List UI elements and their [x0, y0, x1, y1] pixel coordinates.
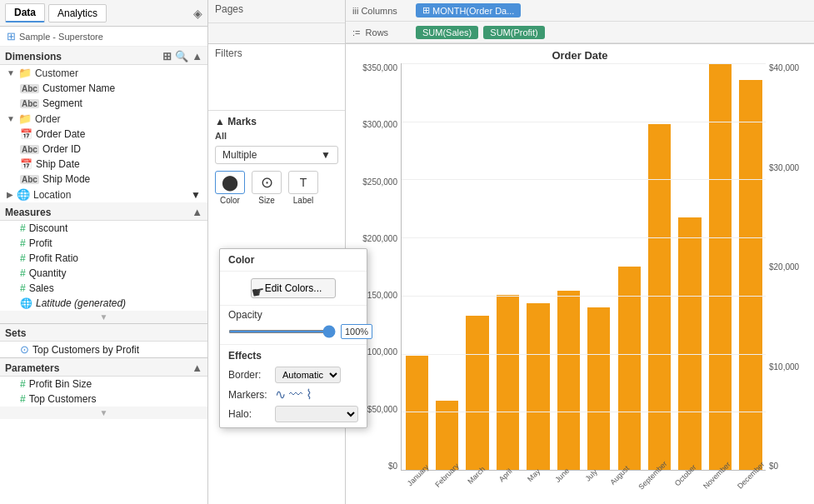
grid-icon[interactable]: ⊞: [162, 50, 172, 62]
bar-mar-wrap: [462, 63, 492, 470]
hash-icon: #: [20, 252, 26, 264]
scroll-down-params[interactable]: ▼: [0, 407, 207, 419]
segment-item[interactable]: Abc Segment: [0, 96, 207, 111]
marker-line3-icon[interactable]: ⌇: [306, 387, 312, 402]
profit-ratio-item[interactable]: # Profit Ratio: [0, 251, 207, 266]
bar-oct-wrap: [675, 63, 705, 470]
size-mark-btn[interactable]: ⊙ Size: [252, 171, 282, 205]
chevron-down-icon: ▼: [7, 114, 15, 123]
bar-sep-wrap: [644, 63, 674, 470]
color-btn-icon: ⬤: [215, 171, 245, 194]
marks-label: Marks: [227, 116, 257, 127]
pages-section: Pages: [208, 0, 345, 23]
customer-name-item[interactable]: Abc Customer Name: [0, 81, 207, 96]
ship-date-item[interactable]: 📅 Ship Date: [0, 157, 207, 172]
bar-jan: [406, 356, 428, 470]
columns-label: iii Columns: [352, 6, 411, 16]
marker-line2-icon[interactable]: 〰: [289, 387, 302, 402]
chart-title: Order Date: [346, 44, 814, 63]
left-panel: Data Analytics ◈ ⊞ Sample - Superstore D…: [0, 0, 208, 504]
color-mark-btn[interactable]: ⬤ Color: [215, 171, 245, 205]
measures-icons: ▲: [192, 206, 202, 218]
bar-aug: [618, 267, 641, 470]
rows-pill-sales[interactable]: SUM(Sales): [416, 26, 478, 39]
order-group: ▼ 📁 Order 📅 Order Date Abc Order ID 📅 Sh…: [0, 111, 207, 187]
scroll-up-params-icon[interactable]: ▲: [192, 362, 202, 374]
customer-name-label: Customer Name: [42, 82, 115, 94]
bar-jun-wrap: [553, 63, 583, 470]
hash-icon: #: [20, 267, 26, 279]
ship-date-label: Ship Date: [36, 158, 80, 170]
y-right-30k: $30,000: [769, 163, 799, 172]
order-id-label: Order ID: [42, 143, 81, 155]
location-group-header[interactable]: ▶ 🌐 Location ▼: [0, 187, 207, 202]
y-right-40k: $40,000: [769, 63, 799, 72]
sort-icon[interactable]: ◈: [193, 7, 202, 20]
set-icon: ⊙: [20, 343, 29, 356]
rows-pill-profit-label: SUM(Profit): [490, 27, 537, 37]
profit-item[interactable]: # Profit: [0, 236, 207, 251]
abc-badge: Abc: [20, 84, 39, 93]
markers-label: Markers:: [228, 389, 272, 401]
border-row: Border: Automatic None Black: [228, 367, 358, 383]
discount-item[interactable]: # Discount: [0, 221, 207, 236]
bar-oct: [678, 217, 701, 470]
rows-pill-profit[interactable]: SUM(Profit): [483, 26, 544, 39]
order-id-item[interactable]: Abc Order ID: [0, 142, 207, 157]
folder-icon: 📁: [18, 112, 32, 125]
calendar-icon: 📅: [20, 128, 32, 140]
order-date-label: Order Date: [36, 128, 85, 140]
top-customers-param-item[interactable]: # Top Customers: [0, 392, 207, 407]
sets-header: Sets: [0, 323, 207, 342]
bar-jul: [587, 307, 610, 470]
columns-pill[interactable]: ⊞ MONTH(Order Da...: [416, 3, 521, 17]
hash-icon: #: [20, 237, 26, 249]
chart-body: $350,000 $300,000 $250,000 $200,000 $150…: [346, 63, 814, 504]
chevron-down-icon: ▼: [7, 68, 15, 77]
bar-feb-wrap: [432, 63, 462, 470]
y-right-10k: $10,000: [769, 362, 799, 372]
scroll-up-measures-icon[interactable]: ▲: [192, 206, 202, 218]
color-btn-label: Color: [220, 196, 240, 205]
top-customers-set-item[interactable]: ⊙ Top Customers by Profit: [0, 342, 207, 357]
latitude-item[interactable]: 🌐 Latitude (generated): [0, 296, 207, 311]
profit-bin-size-item[interactable]: # Profit Bin Size: [0, 377, 207, 392]
measures-label: Measures: [5, 207, 51, 218]
halo-select[interactable]: [275, 406, 358, 422]
analytics-tab[interactable]: Analytics: [48, 4, 107, 22]
sales-label: Sales: [29, 282, 54, 294]
size-btn-label: Size: [258, 196, 274, 205]
location-scroll-icon[interactable]: ▼: [191, 189, 201, 201]
edit-colors-button[interactable]: Edit Colors...: [251, 278, 337, 298]
border-select[interactable]: Automatic None Black: [275, 367, 341, 383]
marker-line1-icon[interactable]: ∿: [275, 387, 286, 402]
order-date-item[interactable]: 📅 Order Date: [0, 127, 207, 142]
search-icon[interactable]: 🔍: [175, 50, 188, 62]
border-label: Border:: [228, 369, 272, 381]
ship-mode-item[interactable]: Abc Ship Mode: [0, 172, 207, 187]
hash-icon: #: [20, 378, 26, 390]
dimensions-icons: ⊞ 🔍 ▲: [162, 50, 202, 62]
scroll-down-measures[interactable]: ▼: [0, 311, 207, 323]
scroll-up-icon[interactable]: ▲: [192, 50, 202, 62]
globe-folder-icon: 🌐: [17, 188, 30, 201]
color-popup: Color Edit Colors... Opacity 100% Effect…: [219, 248, 367, 428]
y-left-250: $250,000: [362, 177, 397, 187]
data-analytics-tabs: Data Analytics ◈: [0, 0, 207, 27]
rows-pill-sales-label: SUM(Sales): [422, 27, 472, 37]
quantity-item[interactable]: # Quantity: [0, 266, 207, 281]
sales-item[interactable]: # Sales: [0, 281, 207, 296]
opacity-slider[interactable]: [228, 330, 336, 333]
order-group-header[interactable]: ▼ 📁 Order: [0, 111, 207, 127]
ship-mode-label: Ship Mode: [42, 173, 90, 185]
customer-group-header[interactable]: ▼ 📁 Customer: [0, 65, 207, 81]
data-tab[interactable]: Data: [5, 3, 45, 22]
abc-badge: Abc: [20, 145, 39, 154]
marks-dropdown[interactable]: Multiple ▼: [215, 146, 338, 164]
segment-label: Segment: [42, 97, 82, 109]
bar-nov: [709, 63, 732, 470]
folder-icon: 📁: [18, 67, 32, 79]
y-left-200: $200,000: [362, 234, 397, 243]
parameters-label: Parameters: [5, 362, 59, 374]
label-mark-btn[interactable]: T Label: [288, 171, 318, 205]
